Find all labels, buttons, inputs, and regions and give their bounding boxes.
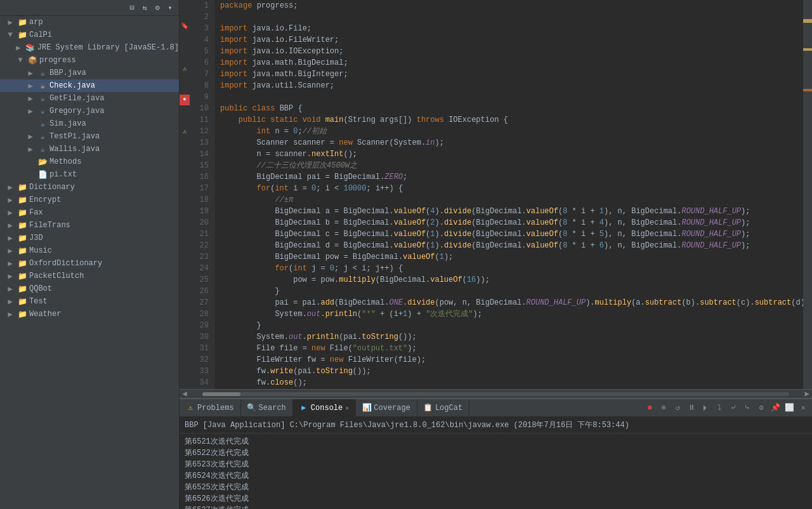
step-over-button[interactable]: ⤵ (713, 402, 726, 414)
sidebar-item-test[interactable]: ▶ 📁 Test (0, 295, 179, 308)
sidebar-item-label: PacketClutch (29, 272, 84, 281)
sidebar-item-qqbot[interactable]: ▶ 📁 QQBot (0, 282, 179, 295)
sidebar-item-testpi[interactable]: ▶ ☕ TestPi.java (0, 130, 179, 143)
sidebar-item-sim[interactable]: ▶ ☕ Sim.java (0, 117, 179, 130)
ln-16: 16 (190, 171, 211, 183)
expand-icon: ▶ (5, 296, 15, 307)
code-line-22: BigDecimal d = BigDecimal.valueOf(1).div… (220, 240, 803, 251)
tab-coverage[interactable]: 📊 Coverage (356, 399, 417, 417)
sidebar-item-label: Music (29, 246, 52, 255)
expand-icon: ▶ (25, 106, 36, 116)
tab-logcat[interactable]: 📋 LogCat (417, 399, 469, 417)
scroll-left-button[interactable]: ◀ (180, 390, 190, 399)
maximize-button[interactable]: ⬜ (783, 402, 796, 414)
right-scrollbar[interactable] (803, 0, 812, 389)
gutter-6 (180, 53, 190, 63)
sidebar-item-arp[interactable]: ▶ 📁 arp (0, 16, 179, 29)
console-content[interactable]: 第6521次迭代完成 第6522次迭代完成 第6523次迭代完成 第6524次迭… (180, 433, 812, 509)
dropdown-button[interactable]: ▾ (164, 1, 176, 14)
gutter-28 (180, 284, 190, 294)
resume-button[interactable]: ⏵ (699, 402, 712, 414)
sidebar-item-getfile[interactable]: ▶ ☕ GetFile.java (0, 92, 179, 105)
close-console-icon[interactable]: ✕ (345, 404, 349, 412)
ln-20: 20 (190, 217, 211, 228)
project-icon: 📁 (17, 195, 27, 205)
scroll-right-button[interactable]: ▶ (802, 390, 812, 399)
sidebar-item-pi[interactable]: ▶ 📄 pi.txt (0, 168, 179, 181)
sidebar-item-jre[interactable]: ▶ 📚 JRE System Library [JavaSE-1.8] (0, 41, 179, 54)
sidebar-item-progress[interactable]: ▼ 📦 progress (0, 54, 179, 67)
expand-icon: ▶ (25, 144, 36, 154)
ln-12: 12 (190, 126, 211, 137)
stop-button[interactable]: ■ (643, 402, 656, 414)
sidebar-item-gregory[interactable]: ▶ ☕ Gregory.java (0, 105, 179, 117)
close-panel-button[interactable]: ✕ (797, 402, 809, 414)
java-file-icon: ☕ (37, 106, 48, 116)
scrollbar-thumb[interactable] (202, 392, 240, 396)
editor-content[interactable]: 🔖 ⚠ ● ⚠ (180, 0, 812, 389)
code-line-8: import java.util.Scanner; (220, 80, 803, 91)
ln-5: 5 (190, 46, 211, 57)
sidebar-item-fax[interactable]: ▶ 📁 Fax (0, 206, 179, 219)
scrollbar-track[interactable] (202, 392, 789, 396)
pin-button[interactable]: 📌 (769, 402, 782, 414)
code-area[interactable]: package progress; import java.io.File; i… (215, 0, 803, 389)
sidebar-item-filetrans[interactable]: ▶ 📁 FileTrans (0, 219, 179, 232)
ln-24: 24 (190, 263, 211, 274)
sidebar-item-encrypt[interactable]: ▶ 📁 Encrypt (0, 194, 179, 206)
tab-console[interactable]: ▶ Console ✕ (293, 399, 356, 417)
code-line-17: for(int i = 0; i < 10000; i++) { (220, 183, 803, 194)
expand-icon: ▶ (5, 208, 15, 218)
code-line-10: public class BBP { (220, 103, 803, 114)
ln-32: 32 (190, 354, 211, 366)
project-icon: 📁 (17, 17, 27, 27)
code-line-21: BigDecimal c = BigDecimal.valueOf(1).div… (220, 228, 803, 240)
code-line-28: System.out.println("*" + (i+1) + "次迭代完成"… (220, 308, 803, 320)
sidebar-item-dictionary[interactable]: ▶ 📁 Dictionary (0, 181, 179, 194)
sidebar-item-oxforddictionary[interactable]: ▶ 📁 OxfordDictionary (0, 257, 179, 270)
code-line-11: public static void main(String args[]) t… (220, 114, 803, 126)
code-line-27: pai = pai.add(BigDecimal.ONE.divide(pow,… (220, 297, 803, 308)
sidebar-item-j3d[interactable]: ▶ 📁 J3D (0, 232, 179, 244)
code-line-23: BigDecimal pow = BigDecimal.valueOf(1); (220, 251, 803, 263)
sidebar-item-check[interactable]: ▶ ☕ Check.java (0, 79, 179, 92)
tab-search[interactable]: 🔍 Search (241, 399, 293, 417)
sidebar-item-label: CalPi (29, 30, 52, 39)
collapse-all-button[interactable]: ⊟ (126, 1, 138, 14)
console-line-4: 第6524次迭代完成 (185, 470, 807, 482)
disconnect-button[interactable]: ⊗ (657, 402, 670, 414)
sidebar-item-label: Methods (49, 157, 81, 166)
step-into-button[interactable]: ⤶ (727, 402, 740, 414)
link-editor-button[interactable]: ⇆ (138, 1, 151, 14)
suspend-button[interactable]: ⏸ (685, 402, 698, 414)
sidebar-item-music[interactable]: ▶ 📁 Music (0, 244, 179, 257)
sidebar-item-label: Gregory.java (49, 107, 104, 116)
java-file-icon: ☕ (37, 93, 48, 103)
tab-coverage-label: Coverage (374, 404, 410, 413)
sidebar-item-weather[interactable]: ▶ 📁 Weather (0, 308, 179, 321)
rerun-button[interactable]: ↺ (671, 402, 684, 414)
tab-problems[interactable]: ⚠ Problems (180, 399, 241, 417)
code-editor: 🔖 ⚠ ● ⚠ (180, 0, 812, 398)
gutter-12 (180, 116, 190, 126)
code-line-2 (220, 11, 803, 23)
ln-23: 23 (190, 251, 211, 263)
editor-scrollbar[interactable]: ◀ ▶ (180, 389, 812, 398)
project-icon: 📁 (17, 30, 27, 40)
code-line-1: package progress; (220, 0, 803, 11)
gutter-29 (180, 294, 190, 305)
sidebar-item-packetclutch[interactable]: ▶ 📁 PacketClutch (0, 270, 179, 282)
code-line-25: pow = pow.multiply(BigDecimal.valueOf(16… (220, 274, 803, 286)
tab-console-label: Console (311, 404, 343, 413)
expand-icon: ▶ (25, 68, 36, 78)
sidebar-item-bbp[interactable]: ▶ ☕ BBP.java (0, 67, 179, 79)
code-line-6: import java.math.BigDecimal; (220, 57, 803, 69)
sidebar-item-wallis[interactable]: ▶ ☕ Wallis.java (0, 143, 179, 155)
step-out-button[interactable]: ⤷ (741, 402, 754, 414)
settings-button[interactable]: ⚙ (151, 1, 164, 14)
ln-29: 29 (190, 320, 211, 331)
sidebar-item-calpi[interactable]: ▼ 📁 CalPi (0, 29, 179, 41)
gutter-26 (180, 263, 190, 274)
settings2-button[interactable]: ⚙ (755, 402, 768, 414)
sidebar-item-methods[interactable]: ▶ 📂 Methods (0, 155, 179, 168)
